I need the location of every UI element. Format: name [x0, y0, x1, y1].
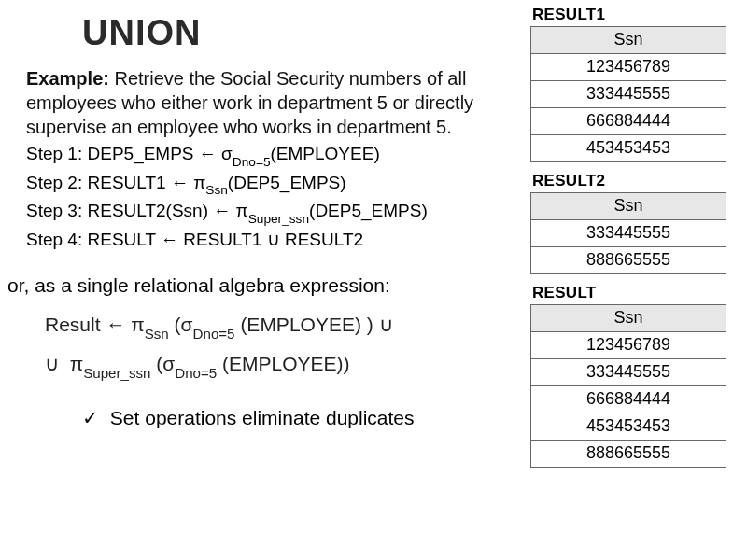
table-row: 333445555: [531, 220, 726, 247]
result-table: Ssn1234567893334455556668844444534534538…: [530, 304, 726, 468]
step-expression: DEP5_EMPS ← σDno=5(EMPLOYEE): [88, 144, 380, 163]
result-block: RESULT1Ssn123456789333445555666884444453…: [530, 6, 738, 162]
left-column: UNION Example: Retrieve the Social Secur…: [0, 0, 523, 429]
expr-arg: (EMPLOYEE): [271, 144, 380, 163]
combined-expression: Result ← πSsn (σDno=5 (EMPLOYEE) ) ∪ ∪ π…: [45, 306, 514, 385]
union-icon: ∪: [379, 314, 393, 335]
table-row: 666884444: [531, 108, 726, 135]
step-expression: RESULT1 ← πSsn(DEP5_EMPS): [88, 173, 346, 192]
result-table: Ssn333445555888665555: [530, 192, 726, 274]
sigma-icon: σ: [162, 353, 175, 374]
expr-sub: Ssn: [145, 326, 169, 342]
expr-sub: Super_ssn: [83, 365, 150, 381]
expr-arg: (DEP5_EMPS): [309, 201, 428, 220]
expr-lhs: DEP5_EMPS: [88, 144, 194, 163]
result-block: RESULT2Ssn333445555888665555: [530, 172, 738, 274]
steps-list: Step 1: DEP5_EMPS ← σDno=5(EMPLOYEE) Ste…: [26, 141, 514, 252]
step-label: Step 2:: [26, 173, 82, 192]
table-cell: 666884444: [531, 386, 726, 413]
expr-arg: RESULT2: [285, 230, 363, 249]
table-row: 453453453: [531, 135, 726, 162]
example-paragraph: Example: Retrieve the Social Security nu…: [26, 66, 514, 139]
combined-line-1: Result ← πSsn (σDno=5 (EMPLOYEE) ) ∪: [45, 306, 514, 345]
step-3: Step 3: RESULT2(Ssn) ← πSuper_ssn(DEP5_E…: [26, 198, 514, 227]
footnote-text: Set operations eliminate duplicates: [110, 407, 415, 428]
step-2: Step 2: RESULT1 ← πSsn(DEP5_EMPS): [26, 170, 514, 199]
table-row: 333445555: [531, 81, 726, 108]
table-cell: 333445555: [531, 81, 726, 108]
table-cell: 333445555: [531, 359, 726, 386]
table-row: 666884444: [531, 386, 726, 413]
assign-arrow-icon: ←: [199, 144, 217, 163]
pi-icon: π: [236, 201, 248, 220]
results-column: RESULT1Ssn123456789333445555666884444453…: [530, 6, 738, 477]
or-alternative-caption: or, as a single relational algebra expre…: [7, 274, 514, 297]
result-title: RESULT: [532, 284, 738, 302]
expr-arg: RESULT1: [183, 230, 261, 249]
table-row: 123456789: [531, 332, 726, 359]
table-row: 888665555: [531, 247, 726, 274]
table-header-cell: Ssn: [531, 27, 726, 54]
table-cell: 888665555: [531, 247, 726, 274]
step-expression: RESULT2(Ssn) ← πSuper_ssn(DEP5_EMPS): [88, 201, 428, 220]
table-row: 453453453: [531, 413, 726, 441]
expr-sub: Dno=5: [193, 326, 235, 342]
expr-lhs: Result: [45, 314, 101, 335]
paren: (: [175, 314, 181, 335]
expr-sub: Dno=5: [175, 365, 217, 381]
step-4: Step 4: RESULT ← RESULT1 ∪ RESULT2: [26, 227, 514, 253]
table-header-cell: Ssn: [531, 305, 726, 332]
table-row: 123456789: [531, 54, 726, 81]
example-label: Example:: [26, 68, 109, 89]
table-cell: 123456789: [531, 54, 726, 81]
checkmark-icon: ✓: [82, 407, 99, 428]
assign-arrow-icon: ←: [171, 173, 189, 192]
step-label: Step 3:: [26, 201, 82, 220]
expr-arg: (EMPLOYEE)): [222, 353, 350, 374]
assign-arrow-icon: ←: [161, 230, 178, 249]
table-cell: 453453453: [531, 413, 726, 441]
pi-icon: π: [193, 173, 205, 192]
expr-lhs: RESULT: [88, 230, 156, 249]
expr-arg: (DEP5_EMPS): [228, 173, 346, 192]
page-title: UNION: [82, 13, 514, 53]
step-label: Step 1:: [26, 144, 82, 163]
expr-sub: Ssn: [205, 183, 228, 197]
assign-arrow-icon: ←: [213, 201, 231, 220]
sigma-icon: σ: [221, 144, 233, 163]
table-cell: 123456789: [531, 332, 726, 359]
slide: UNION Example: Retrieve the Social Secur…: [0, 0, 747, 560]
table-cell: 888665555: [531, 441, 726, 468]
expr-sub: Dno=5: [233, 155, 271, 169]
union-icon: ∪: [45, 353, 59, 374]
pi-icon: π: [70, 353, 84, 374]
result-block: RESULTSsn1234567893334455556668844444534…: [530, 284, 738, 468]
table-row: 888665555: [531, 441, 726, 468]
combined-line-2: ∪ πSuper_ssn (σDno=5 (EMPLOYEE)): [45, 345, 514, 385]
step-label: Step 4:: [26, 230, 82, 249]
table-cell: 453453453: [531, 135, 726, 162]
sigma-icon: σ: [181, 314, 193, 335]
result-title: RESULT1: [532, 6, 738, 24]
assign-arrow-icon: ←: [106, 314, 125, 335]
table-header-cell: Ssn: [531, 193, 726, 220]
table-cell: 666884444: [531, 108, 726, 135]
result-table: Ssn123456789333445555666884444453453453: [530, 26, 726, 162]
step-1: Step 1: DEP5_EMPS ← σDno=5(EMPLOYEE): [26, 141, 514, 170]
step-expression: RESULT ← RESULT1 ∪ RESULT2: [88, 230, 364, 249]
expr-lhs: RESULT2(Ssn): [88, 201, 209, 220]
union-icon: ∪: [267, 230, 280, 249]
pi-icon: π: [131, 314, 145, 335]
expr-sub: Super_ssn: [248, 212, 309, 226]
expr-lhs: RESULT1: [88, 173, 166, 192]
result-title: RESULT2: [532, 172, 738, 190]
table-row: 333445555: [531, 359, 726, 386]
table-cell: 333445555: [531, 220, 726, 247]
expr-arg: (EMPLOYEE) ): [240, 314, 373, 335]
footnote: ✓ Set operations eliminate duplicates: [82, 407, 514, 429]
